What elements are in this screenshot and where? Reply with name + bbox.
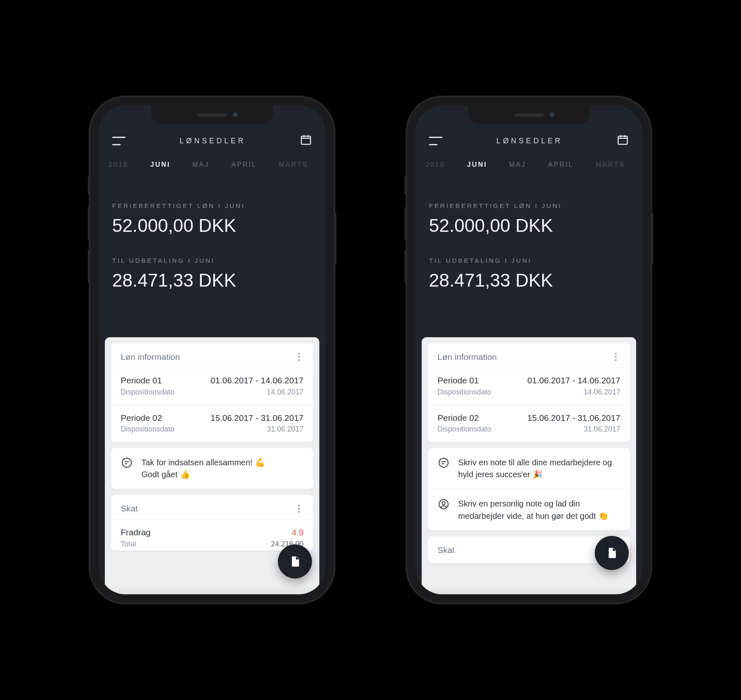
period-row[interactable]: Periode 0215.06.2017 - 31.06.2017 Dispos… bbox=[428, 405, 630, 442]
period-range: 15.06.2017 - 31.06.2017 bbox=[210, 413, 303, 422]
dispo-label: Dispositionsdato bbox=[121, 388, 174, 397]
fab-document[interactable] bbox=[278, 544, 312, 579]
period-range: 01.06.2017 - 14.06.2017 bbox=[210, 376, 303, 385]
tab-year[interactable]: 2018 bbox=[109, 161, 128, 168]
hero-label-1: FERIEBERETTIGET LØN I JUNI bbox=[429, 202, 629, 209]
person-icon bbox=[438, 498, 450, 513]
hero-label-2: TIL UDBETALING I JUNI bbox=[429, 257, 629, 264]
period-name: Periode 01 bbox=[438, 376, 479, 385]
hero-value-2: 28.471,33 DKK bbox=[429, 270, 629, 291]
chat-icon bbox=[438, 457, 450, 471]
dispo-label: Dispositionsdato bbox=[438, 388, 491, 397]
period-name: Periode 02 bbox=[438, 413, 479, 422]
fab-document[interactable] bbox=[595, 536, 629, 570]
period-name: Periode 01 bbox=[121, 376, 162, 385]
side-button bbox=[405, 250, 407, 283]
side-button bbox=[334, 213, 336, 265]
dispo-label: Dispositionsdato bbox=[121, 425, 174, 434]
notch bbox=[468, 106, 590, 124]
note-text: Tak for indsatsen allesammen! 💪 Godt gåe… bbox=[142, 457, 266, 481]
period-range: 15.06.2017 - 31.06.2017 bbox=[527, 413, 620, 422]
dispo-label: Dispositionsdato bbox=[438, 425, 491, 434]
menu-icon[interactable] bbox=[429, 137, 443, 145]
notes-card: Skriv en note til alle dine medarbejdere… bbox=[428, 448, 630, 530]
screen-right: LØNSEDLER 2018 JUNI MAJ APRIL MARTS FERI… bbox=[416, 106, 643, 595]
page-title: LØNSEDLER bbox=[179, 137, 246, 145]
hero-value-1: 52.000,00 DKK bbox=[112, 215, 312, 236]
phone-frame-left: LØNSEDLER 2018 JUNI MAJ APRIL MARTS FERI… bbox=[90, 97, 334, 603]
hero-value-1: 52.000,00 DKK bbox=[429, 215, 629, 236]
note-row[interactable]: Skriv en personlig note og lad din medar… bbox=[428, 489, 630, 531]
phone-frame-right: LØNSEDLER 2018 JUNI MAJ APRIL MARTS FERI… bbox=[407, 97, 651, 603]
note-row[interactable]: Skriv en note til alle dine medarbejdere… bbox=[428, 448, 630, 489]
hero-label-2: TIL UDBETALING I JUNI bbox=[112, 257, 312, 264]
tab-juni[interactable]: JUNI bbox=[150, 161, 170, 168]
skat-row: Fradrag4.0 Total24.216,00 bbox=[111, 520, 313, 551]
period-row[interactable]: Periode 0101.06.2017 - 14.06.2017 Dispos… bbox=[111, 368, 313, 405]
tab-april[interactable]: APRIL bbox=[548, 161, 573, 168]
side-button bbox=[88, 207, 90, 240]
period-row[interactable]: Periode 0101.06.2017 - 14.06.2017 Dispos… bbox=[428, 368, 630, 405]
note-row[interactable]: Tak for indsatsen allesammen! 💪 Godt gåe… bbox=[111, 448, 313, 489]
month-tabs: 2018 JUNI MAJ APRIL MARTS bbox=[416, 158, 643, 168]
tab-marts[interactable]: MARTS bbox=[596, 161, 625, 168]
skat-card: Skat Fradrag4.0 Total24.216,00 bbox=[111, 495, 313, 551]
calendar-icon[interactable] bbox=[617, 134, 629, 149]
period-row[interactable]: Periode 0215.06.2017 - 31.06.2017 Dispos… bbox=[111, 405, 313, 442]
dispo-date: 31.06.2017 bbox=[267, 425, 303, 434]
period-name: Periode 02 bbox=[121, 413, 162, 422]
side-button bbox=[88, 176, 90, 194]
hero-summary: FERIEBERETTIGET LØN I JUNI 52.000,00 DKK… bbox=[99, 168, 326, 297]
tab-maj[interactable]: MAJ bbox=[192, 161, 209, 168]
tab-maj[interactable]: MAJ bbox=[509, 161, 526, 168]
side-button bbox=[405, 207, 407, 240]
more-icon[interactable] bbox=[294, 504, 304, 513]
svg-rect-2 bbox=[618, 136, 627, 145]
svg-point-1 bbox=[122, 458, 131, 467]
screen-left: LØNSEDLER 2018 JUNI MAJ APRIL MARTS FERI… bbox=[99, 106, 326, 595]
hero-label-1: FERIEBERETTIGET LØN I JUNI bbox=[112, 202, 312, 209]
tab-marts[interactable]: MARTS bbox=[279, 161, 308, 168]
calendar-icon[interactable] bbox=[300, 134, 312, 149]
tab-year[interactable]: 2018 bbox=[425, 161, 445, 168]
svg-rect-0 bbox=[301, 136, 310, 145]
page-title: LØNSEDLER bbox=[496, 137, 563, 145]
skat-title: Skat bbox=[438, 545, 454, 555]
total-label: Total bbox=[121, 539, 136, 548]
info-card: Løn information Periode 0101.06.2017 - 1… bbox=[428, 343, 630, 442]
info-card: Løn information Periode 0101.06.2017 - 1… bbox=[111, 343, 313, 442]
hero-summary: FERIEBERETTIGET LØN I JUNI 52.000,00 DKK… bbox=[416, 168, 643, 297]
dispo-date: 31.06.2017 bbox=[584, 425, 620, 434]
side-button bbox=[88, 250, 90, 283]
fradrag-label: Fradrag bbox=[121, 527, 151, 537]
chat-icon bbox=[121, 457, 133, 471]
tab-april[interactable]: APRIL bbox=[231, 161, 257, 168]
svg-point-3 bbox=[439, 458, 448, 467]
side-button bbox=[405, 176, 407, 194]
more-icon[interactable] bbox=[611, 352, 620, 362]
menu-icon[interactable] bbox=[112, 137, 126, 145]
info-card-title: Løn information bbox=[121, 352, 180, 362]
app-bar: LØNSEDLER bbox=[99, 124, 326, 158]
dispo-date: 14.06.2017 bbox=[267, 388, 303, 397]
svg-point-5 bbox=[442, 502, 445, 504]
note-text: Skriv en note til alle dine medarbejdere… bbox=[458, 457, 620, 481]
notes-card: Tak for indsatsen allesammen! 💪 Godt gåe… bbox=[111, 448, 313, 489]
fradrag-value: 4.0 bbox=[291, 527, 303, 537]
month-tabs: 2018 JUNI MAJ APRIL MARTS bbox=[99, 158, 326, 168]
side-button bbox=[651, 213, 653, 265]
svg-point-4 bbox=[439, 500, 448, 509]
note-text: Skriv en personlig note og lad din medar… bbox=[458, 498, 620, 522]
tab-juni[interactable]: JUNI bbox=[467, 161, 487, 168]
more-icon[interactable] bbox=[294, 352, 304, 362]
app-bar: LØNSEDLER bbox=[416, 124, 643, 158]
hero-value-2: 28.471,33 DKK bbox=[112, 270, 312, 291]
skat-title: Skat bbox=[121, 504, 137, 513]
dispo-date: 14.06.2017 bbox=[584, 388, 620, 397]
period-range: 01.06.2017 - 14.06.2017 bbox=[527, 376, 620, 385]
notch bbox=[151, 106, 273, 124]
info-card-title: Løn information bbox=[438, 352, 497, 362]
